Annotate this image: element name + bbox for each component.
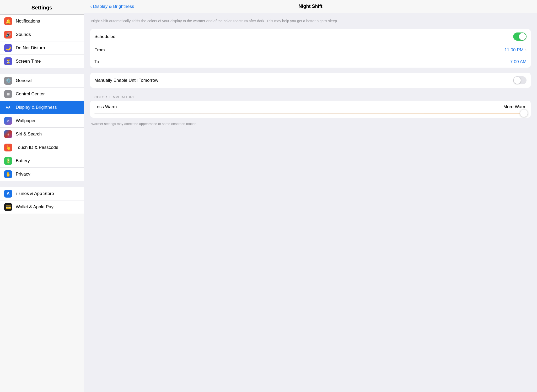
sidebar-item-wallet[interactable]: 💳 Wallet & Apple Pay [0, 200, 84, 214]
sidebar-item-appstore[interactable]: A iTunes & App Store [0, 187, 84, 200]
sidebar-label-touchid: Touch ID & Passcode [16, 145, 58, 150]
from-chevron-icon: › [525, 48, 527, 52]
sidebar-label-screentime: Screen Time [16, 59, 41, 64]
sidebar-item-battery[interactable]: 🔋 Battery [0, 154, 84, 168]
scheduled-toggle[interactable] [513, 32, 527, 41]
night-shift-description: Night Shift automatically shifts the col… [90, 18, 531, 24]
to-value: 7:00 AM [510, 59, 527, 64]
manually-enable-row: Manually Enable Until Tomorrow [90, 73, 531, 88]
sidebar-label-battery: Battery [16, 158, 30, 164]
to-row[interactable]: To 7:00 AM [90, 56, 531, 68]
warmer-note: Warmer settings may affect the appearanc… [90, 122, 531, 126]
sidebar-section-2: ⚙️ General ⊞ Control Center AA Display &… [0, 74, 84, 181]
back-label: Display & Brightness [93, 4, 134, 9]
manually-enable-toggle[interactable] [513, 76, 527, 84]
color-temp-slider-container [90, 113, 531, 118]
scheduled-toggle-knob [519, 33, 526, 40]
sidebar-label-siri: Siri & Search [16, 132, 42, 137]
more-warm-label: More Warm [503, 104, 527, 110]
donotdisturb-icon: 🌙 [4, 44, 12, 52]
scheduled-card: Scheduled From 11:00 PM › To 7:00 AM [90, 29, 531, 68]
sidebar-item-display[interactable]: AA Display & Brightness [0, 101, 84, 114]
sidebar-item-notifications[interactable]: 🔔 Notifications [0, 15, 84, 28]
display-icon: AA [4, 104, 12, 111]
sidebar-gap-1 [0, 68, 84, 74]
from-right: 11:00 PM › [504, 47, 527, 53]
manually-enable-toggle-knob [514, 77, 521, 84]
notifications-icon: 🔔 [4, 17, 12, 25]
sidebar-item-donotdisturb[interactable]: 🌙 Do Not Disturb [0, 41, 84, 55]
back-chevron-icon: ‹ [90, 3, 92, 9]
sidebar-label-wallpaper: Wallpaper [16, 118, 36, 123]
sidebar-label-general: General [16, 78, 31, 83]
from-label: From [94, 47, 105, 53]
sidebar-item-screentime[interactable]: ⏳ Screen Time [0, 55, 84, 68]
sidebar-label-donotdisturb: Do Not Disturb [16, 45, 45, 51]
sidebar-item-general[interactable]: ⚙️ General [0, 74, 84, 88]
touchid-icon: 👆 [4, 144, 12, 151]
sidebar-header: Settings [0, 0, 84, 15]
color-temp-section-label: COLOR TEMPERATURE [90, 93, 531, 101]
wallet-icon: 💳 [4, 203, 12, 211]
siri-icon: ◎ [4, 130, 12, 138]
from-row[interactable]: From 11:00 PM › [90, 44, 531, 56]
manually-enable-label: Manually Enable Until Tomorrow [94, 78, 158, 83]
battery-icon: 🔋 [4, 157, 12, 165]
sidebar-label-display: Display & Brightness [16, 105, 57, 110]
general-icon: ⚙️ [4, 77, 12, 85]
sidebar: Settings 🔔 Notifications 🔊 Sounds 🌙 Do N… [0, 0, 84, 392]
sidebar-label-privacy: Privacy [16, 172, 30, 177]
sidebar-label-wallet: Wallet & Apple Pay [16, 204, 53, 210]
content-body: Night Shift automatically shifts the col… [84, 13, 537, 131]
sidebar-title: Settings [31, 5, 52, 10]
sidebar-label-notifications: Notifications [16, 19, 40, 24]
to-label: To [94, 59, 99, 64]
color-temp-slider-track[interactable] [94, 113, 527, 113]
sidebar-item-sounds[interactable]: 🔊 Sounds [0, 28, 84, 41]
color-temp-slider-thumb[interactable] [520, 110, 528, 117]
page-title: Night Shift [90, 4, 531, 9]
sidebar-gap-2 [0, 181, 84, 187]
sidebar-label-controlcenter: Control Center [16, 91, 45, 97]
sidebar-item-touchid[interactable]: 👆 Touch ID & Passcode [0, 141, 84, 154]
appstore-icon: A [4, 190, 12, 198]
sidebar-item-privacy[interactable]: ✋ Privacy [0, 168, 84, 181]
sidebar-label-appstore: iTunes & App Store [16, 191, 54, 196]
color-temp-card: Less Warm More Warm [90, 101, 531, 118]
back-button[interactable]: ‹ Display & Brightness [90, 3, 134, 9]
screentime-icon: ⏳ [4, 57, 12, 65]
from-value: 11:00 PM [504, 47, 524, 53]
scheduled-row: Scheduled [90, 29, 531, 44]
manually-enable-card: Manually Enable Until Tomorrow [90, 73, 531, 88]
wallpaper-icon: ✳ [4, 117, 12, 125]
content-panel: ‹ Display & Brightness Night Shift Night… [84, 0, 537, 392]
content-header: ‹ Display & Brightness Night Shift [84, 0, 537, 13]
sidebar-section-1: 🔔 Notifications 🔊 Sounds 🌙 Do Not Distur… [0, 15, 84, 68]
sidebar-label-sounds: Sounds [16, 32, 31, 37]
sidebar-item-wallpaper[interactable]: ✳ Wallpaper [0, 114, 84, 128]
less-warm-label: Less Warm [94, 104, 117, 110]
to-right: 7:00 AM [510, 59, 527, 64]
sidebar-item-siri[interactable]: ◎ Siri & Search [0, 128, 84, 141]
color-temp-labels-row: Less Warm More Warm [90, 101, 531, 112]
sidebar-section-3: A iTunes & App Store 💳 Wallet & Apple Pa… [0, 187, 84, 214]
sidebar-item-controlcenter[interactable]: ⊞ Control Center [0, 88, 84, 101]
scheduled-label: Scheduled [94, 34, 115, 39]
controlcenter-icon: ⊞ [4, 90, 12, 98]
sounds-icon: 🔊 [4, 31, 12, 39]
privacy-icon: ✋ [4, 170, 12, 178]
